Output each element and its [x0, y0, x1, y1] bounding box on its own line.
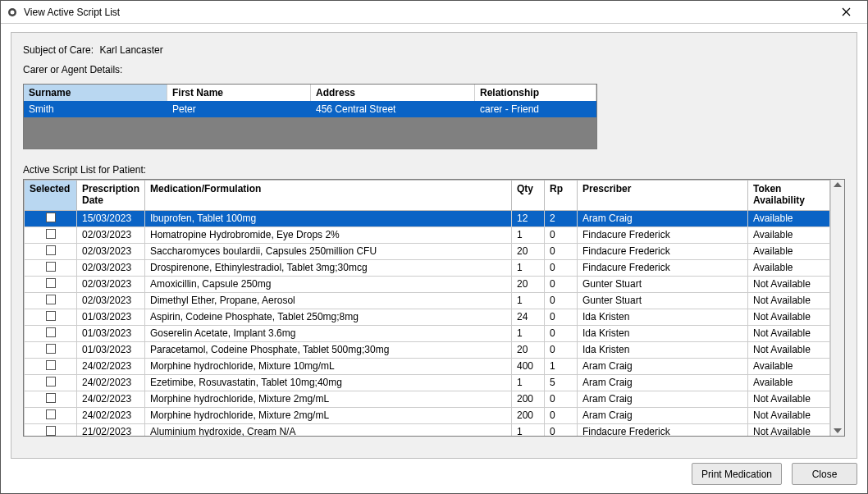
carer-row[interactable]: Smith Peter 456 Central Street carer - F… — [24, 101, 596, 117]
table-row[interactable]: 01/03/2023Paracetamol, Codeine Phosphate… — [25, 341, 830, 358]
row-checkbox-cell[interactable] — [25, 276, 77, 292]
row-checkbox-cell[interactable] — [25, 374, 77, 391]
cell-qty: 24 — [512, 309, 545, 325]
cell-medication: Paracetamol, Codeine Phosphate, Tablet 5… — [145, 341, 512, 358]
cell-medication: Homatropine Hydrobromide, Eye Drops 2% — [145, 226, 512, 243]
row-checkbox-cell[interactable] — [25, 407, 77, 423]
cell-date: 24/02/2023 — [77, 358, 145, 374]
table-row[interactable]: 01/03/2023Aspirin, Codeine Phosphate, Ta… — [25, 309, 830, 325]
cell-date: 02/03/2023 — [77, 276, 145, 292]
row-checkbox[interactable] — [46, 245, 56, 255]
cell-token: Available — [748, 243, 830, 259]
cell-date: 02/03/2023 — [77, 226, 145, 243]
cell-medication: Ezetimibe, Rosuvastatin, Tablet 10mg;40m… — [145, 374, 512, 391]
table-row[interactable]: 02/03/2023Amoxicillin, Capsule 250mg200G… — [25, 276, 830, 292]
carer-header-row: Surname First Name Address Relationship — [24, 85, 596, 101]
cell-token: Available — [748, 358, 830, 374]
cell-prescriber: Aram Craig — [578, 391, 748, 407]
cell-prescriber: Ida Kristen — [578, 325, 748, 341]
row-checkbox[interactable] — [46, 229, 56, 239]
header-selected[interactable]: Selected — [25, 181, 77, 211]
row-checkbox[interactable] — [46, 311, 56, 321]
carer-header-firstname[interactable]: First Name — [167, 85, 311, 101]
cell-rp: 0 — [545, 309, 578, 325]
row-checkbox-cell[interactable] — [25, 243, 77, 259]
row-checkbox-cell[interactable] — [25, 226, 77, 243]
cell-token: Available — [748, 259, 830, 276]
table-row[interactable]: 02/03/2023Homatropine Hydrobromide, Eye … — [25, 226, 830, 243]
table-row[interactable]: 24/02/2023Morphine hydrochloride, Mixtur… — [25, 358, 830, 374]
row-checkbox[interactable] — [46, 278, 56, 288]
cell-rp: 5 — [545, 374, 578, 391]
table-row[interactable]: 15/03/2023Ibuprofen, Tablet 100mg122Aram… — [25, 210, 830, 226]
table-row[interactable]: 24/02/2023Ezetimibe, Rosuvastatin, Table… — [25, 374, 830, 391]
cell-prescriber: Findacure Frederick — [578, 243, 748, 259]
cell-medication: Aspirin, Codeine Phosphate, Tablet 250mg… — [145, 309, 512, 325]
header-qty[interactable]: Qty — [512, 181, 545, 211]
cell-qty: 12 — [512, 210, 545, 226]
close-icon — [842, 7, 851, 16]
subject-name: Karl Lancaster — [99, 44, 162, 56]
table-row[interactable]: 24/02/2023Morphine hydrochloride, Mixtur… — [25, 407, 830, 423]
carer-header-relationship[interactable]: Relationship — [475, 85, 596, 101]
scripts-table[interactable]: Selected Prescription Date Medication/Fo… — [24, 180, 830, 436]
row-checkbox-cell[interactable] — [25, 358, 77, 374]
app-icon — [6, 6, 19, 19]
row-checkbox[interactable] — [46, 327, 56, 337]
row-checkbox-cell[interactable] — [25, 210, 77, 226]
row-checkbox[interactable] — [46, 295, 56, 304]
cell-rp: 1 — [545, 358, 578, 374]
row-checkbox-cell[interactable] — [25, 259, 77, 276]
carer-relationship: carer - Friend — [475, 101, 596, 117]
cell-qty: 20 — [512, 341, 545, 358]
header-medication[interactable]: Medication/Formulation — [145, 181, 512, 211]
close-button[interactable]: Close — [792, 463, 857, 485]
cell-medication: Goserelin Acetate, Implant 3.6mg — [145, 325, 512, 341]
cell-qty: 200 — [512, 407, 545, 423]
row-checkbox-cell[interactable] — [25, 309, 77, 325]
row-checkbox-cell[interactable] — [25, 292, 77, 309]
scripts-scrollbar[interactable] — [830, 180, 844, 436]
carer-table[interactable]: Surname First Name Address Relationship … — [23, 84, 597, 149]
row-checkbox[interactable] — [46, 377, 56, 387]
carer-header-address[interactable]: Address — [311, 85, 475, 101]
window-close-button[interactable] — [829, 1, 862, 23]
cell-date: 24/02/2023 — [77, 374, 145, 391]
print-medication-button[interactable]: Print Medication — [692, 463, 782, 485]
header-rp[interactable]: Rp — [545, 181, 578, 211]
cell-prescriber: Aram Craig — [578, 210, 748, 226]
cell-prescriber: Aram Craig — [578, 407, 748, 423]
row-checkbox-cell[interactable] — [25, 423, 77, 436]
header-token[interactable]: Token Availability — [748, 181, 830, 211]
cell-qty: 1 — [512, 259, 545, 276]
table-row[interactable]: 24/02/2023Morphine hydrochloride, Mixtur… — [25, 391, 830, 407]
cell-rp: 0 — [545, 276, 578, 292]
header-date[interactable]: Prescription Date — [77, 181, 145, 211]
row-checkbox[interactable] — [46, 344, 56, 354]
table-row[interactable]: 02/03/2023Dimethyl Ether, Propane, Aeros… — [25, 292, 830, 309]
row-checkbox-cell[interactable] — [25, 341, 77, 358]
table-row[interactable]: 02/03/2023Drospirenone, Ethinylestradiol… — [25, 259, 830, 276]
cell-medication: Ibuprofen, Tablet 100mg — [145, 210, 512, 226]
row-checkbox-cell[interactable] — [25, 325, 77, 341]
scripts-table-wrap: Selected Prescription Date Medication/Fo… — [23, 179, 845, 437]
cell-date: 01/03/2023 — [77, 309, 145, 325]
cell-prescriber: Gunter Stuart — [578, 292, 748, 309]
row-checkbox[interactable] — [46, 426, 56, 436]
header-prescriber[interactable]: Prescriber — [578, 181, 748, 211]
table-row[interactable]: 21/02/2023Aluminium hydroxide, Cream N/A… — [25, 423, 830, 436]
dialog-body: Subject of Care: Karl Lancaster Carer or… — [1, 24, 867, 493]
cell-date: 02/03/2023 — [77, 292, 145, 309]
row-checkbox-cell[interactable] — [25, 391, 77, 407]
row-checkbox[interactable] — [46, 360, 56, 370]
row-checkbox[interactable] — [46, 213, 56, 222]
cell-qty: 200 — [512, 391, 545, 407]
row-checkbox[interactable] — [46, 409, 56, 419]
cell-prescriber: Aram Craig — [578, 374, 748, 391]
table-row[interactable]: 01/03/2023Goserelin Acetate, Implant 3.6… — [25, 325, 830, 341]
table-row[interactable]: 02/03/2023Saccharomyces boulardii, Capsu… — [25, 243, 830, 259]
carer-header-surname[interactable]: Surname — [24, 85, 167, 101]
dialog-window: View Active Script List Subject of Care:… — [0, 0, 868, 494]
row-checkbox[interactable] — [46, 262, 56, 272]
row-checkbox[interactable] — [46, 393, 56, 403]
